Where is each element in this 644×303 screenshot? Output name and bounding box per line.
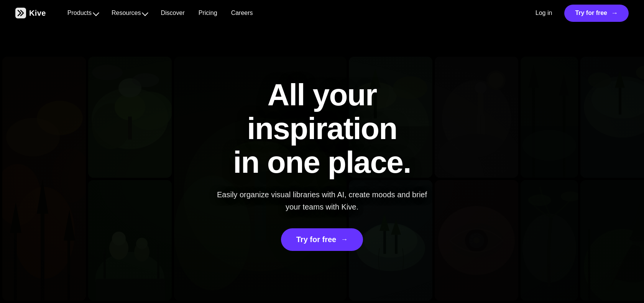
hero-subtitle: Easily organize visual libraries with AI…	[211, 188, 433, 213]
nav-right: Log in Try for free →	[529, 5, 629, 22]
nav-pricing-label: Pricing	[199, 10, 217, 16]
hero-cta-label: Try for free	[296, 235, 336, 244]
hero-content: All your inspiration in one place. Easil…	[0, 26, 644, 303]
hero-cta-button[interactable]: Try for free →	[281, 228, 363, 251]
nav-discover[interactable]: Discover	[154, 7, 191, 20]
hero-title-line1: All your inspiration	[247, 78, 397, 146]
nav-cta-label: Try for free	[575, 10, 607, 16]
navbar: Kive Products Resources Discover Pricing…	[0, 0, 644, 26]
arrow-right-icon: →	[341, 236, 348, 244]
logo[interactable]: Kive	[15, 8, 46, 18]
nav-careers-label: Careers	[231, 10, 253, 16]
nav-careers[interactable]: Careers	[225, 7, 259, 20]
nav-links: Products Resources Discover Pricing Care…	[61, 7, 529, 20]
hero-title-line2: in one place.	[233, 145, 411, 179]
nav-discover-label: Discover	[161, 10, 184, 16]
chevron-down-icon	[142, 10, 148, 16]
hero-section: All your inspiration in one place. Easil…	[0, 0, 644, 303]
nav-resources[interactable]: Resources	[105, 7, 153, 20]
hero-title: All your inspiration in one place.	[192, 78, 452, 179]
logo-text: Kive	[29, 9, 46, 18]
nav-cta-button[interactable]: Try for free →	[564, 5, 629, 22]
login-button[interactable]: Log in	[529, 7, 559, 20]
arrow-right-icon: →	[611, 9, 618, 17]
nav-resources-label: Resources	[112, 10, 141, 16]
nav-products-label: Products	[67, 10, 92, 16]
logo-icon	[15, 8, 26, 18]
nav-pricing[interactable]: Pricing	[192, 7, 223, 20]
chevron-down-icon	[93, 10, 99, 16]
nav-products[interactable]: Products	[61, 7, 104, 20]
